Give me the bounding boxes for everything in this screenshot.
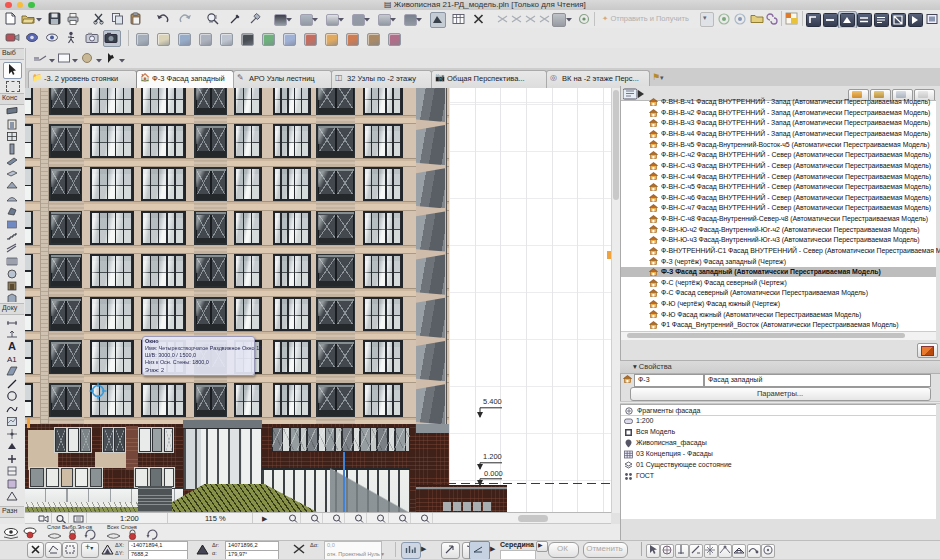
- svg-text:A: A: [8, 340, 16, 352]
- svg-text:A1: A1: [7, 355, 17, 364]
